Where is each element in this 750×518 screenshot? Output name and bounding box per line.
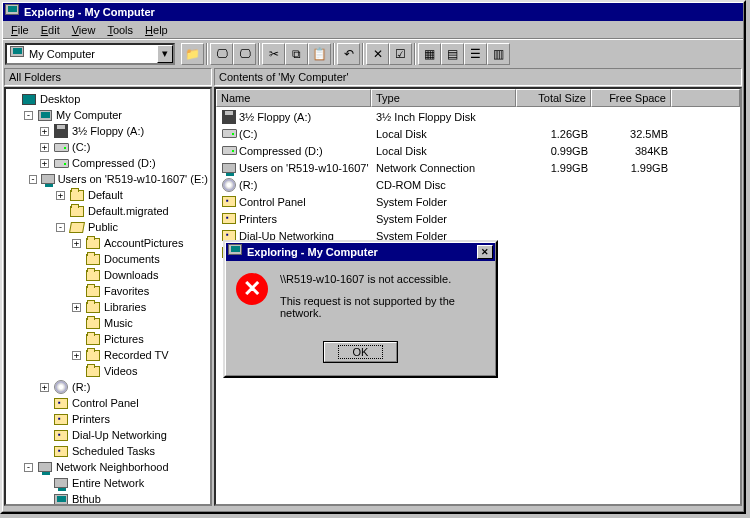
expand-toggle[interactable]: + bbox=[40, 383, 49, 392]
dialog-titlebar[interactable]: Exploring - My Computer ✕ bbox=[226, 243, 495, 261]
paste-button[interactable]: 📋 bbox=[308, 43, 331, 65]
col-size[interactable]: Total Size bbox=[516, 89, 591, 107]
map-drive-button[interactable]: 🖵 bbox=[210, 43, 233, 65]
expand-toggle[interactable]: + bbox=[40, 159, 49, 168]
folder-icon bbox=[85, 283, 101, 299]
menu-file[interactable]: File bbox=[5, 22, 35, 38]
item-type: 3½ Inch Floppy Disk bbox=[372, 111, 517, 123]
list-item[interactable]: (C:)Local Disk1.26GB32.5MB bbox=[217, 125, 739, 142]
tree-item[interactable]: Music bbox=[8, 315, 208, 331]
address-combo[interactable]: My Computer ▾ bbox=[5, 43, 175, 65]
undo-button[interactable]: ↶ bbox=[337, 43, 360, 65]
expand-toggle[interactable]: - bbox=[56, 223, 65, 232]
tree-item[interactable]: Entire Network bbox=[8, 475, 208, 491]
tree-item[interactable]: Control Panel bbox=[8, 395, 208, 411]
list-item[interactable]: Compressed (D:)Local Disk0.99GB384KB bbox=[217, 142, 739, 159]
computer-icon bbox=[37, 107, 53, 123]
net-icon bbox=[221, 160, 237, 176]
list-item[interactable]: (R:)CD-ROM Disc bbox=[217, 176, 739, 193]
tree-item[interactable]: Printers bbox=[8, 411, 208, 427]
menu-tools[interactable]: Tools bbox=[101, 22, 139, 38]
expand-toggle[interactable]: + bbox=[40, 127, 49, 136]
col-name[interactable]: Name bbox=[216, 89, 371, 107]
details-view-button[interactable]: ▥ bbox=[487, 43, 510, 65]
tree-item[interactable]: +3½ Floppy (A:) bbox=[8, 123, 208, 139]
ctrl-icon bbox=[53, 427, 69, 443]
folder-open-icon bbox=[69, 219, 85, 235]
item-type: Local Disk bbox=[372, 128, 517, 140]
cut-button[interactable]: ✂ bbox=[262, 43, 285, 65]
contents-header: Contents of 'My Computer' bbox=[214, 68, 742, 86]
menu-edit[interactable]: Edit bbox=[35, 22, 66, 38]
tree-item[interactable]: +AccountPictures bbox=[8, 235, 208, 251]
tree-item[interactable]: +Libraries bbox=[8, 299, 208, 315]
item-free: 1.99GB bbox=[592, 162, 672, 174]
tree-item[interactable]: +Compressed (D:) bbox=[8, 155, 208, 171]
net-icon bbox=[37, 459, 53, 475]
list-item[interactable]: Users on 'R519-w10-1607' (E:)Network Con… bbox=[217, 159, 739, 176]
ok-button[interactable]: OK bbox=[323, 341, 398, 363]
net-icon bbox=[41, 171, 55, 187]
ctrl-icon bbox=[53, 395, 69, 411]
expand-toggle[interactable]: + bbox=[72, 303, 81, 312]
expand-toggle[interactable]: - bbox=[24, 463, 33, 472]
tree-label: (C:) bbox=[72, 141, 90, 153]
tree-item[interactable]: +Recorded TV bbox=[8, 347, 208, 363]
dropdown-icon[interactable]: ▾ bbox=[157, 45, 173, 63]
expand-toggle[interactable]: + bbox=[72, 351, 81, 360]
tree-item[interactable]: Dial-Up Networking bbox=[8, 427, 208, 443]
tree-item[interactable]: Bthub bbox=[8, 491, 208, 506]
tree-item[interactable]: -Public bbox=[8, 219, 208, 235]
small-icons-button[interactable]: ▤ bbox=[441, 43, 464, 65]
menu-view[interactable]: View bbox=[66, 22, 102, 38]
expand-toggle[interactable]: + bbox=[56, 191, 65, 200]
tree-item[interactable]: Pictures bbox=[8, 331, 208, 347]
floppy-icon bbox=[221, 109, 237, 125]
list-view-button[interactable]: ☰ bbox=[464, 43, 487, 65]
large-icons-button[interactable]: ▦ bbox=[418, 43, 441, 65]
tree-item[interactable]: -My Computer bbox=[8, 107, 208, 123]
folder-icon bbox=[69, 187, 85, 203]
tree-item[interactable]: Downloads bbox=[8, 267, 208, 283]
expand-toggle[interactable]: - bbox=[24, 111, 33, 120]
item-name: Compressed (D:) bbox=[239, 145, 323, 157]
menu-help[interactable]: Help bbox=[139, 22, 174, 38]
copy-button[interactable]: ⧉ bbox=[285, 43, 308, 65]
delete-button[interactable]: ✕ bbox=[366, 43, 389, 65]
tree-item[interactable]: Videos bbox=[8, 363, 208, 379]
tree-item[interactable]: Documents bbox=[8, 251, 208, 267]
properties-button[interactable]: ☑ bbox=[389, 43, 412, 65]
close-button[interactable]: ✕ bbox=[477, 245, 493, 259]
col-type[interactable]: Type bbox=[371, 89, 516, 107]
tree-item[interactable]: +Default bbox=[8, 187, 208, 203]
list-item[interactable]: 3½ Floppy (A:)3½ Inch Floppy Disk bbox=[217, 108, 739, 125]
col-spacer bbox=[671, 89, 740, 107]
expand-toggle[interactable]: - bbox=[29, 175, 36, 184]
tree-item[interactable]: -Network Neighborhood bbox=[8, 459, 208, 475]
tree-item[interactable]: Desktop bbox=[8, 91, 208, 107]
list-item[interactable]: PrintersSystem Folder bbox=[217, 210, 739, 227]
tree-item[interactable]: Scheduled Tasks bbox=[8, 443, 208, 459]
tree-label: Videos bbox=[104, 365, 137, 377]
item-type: Local Disk bbox=[372, 145, 517, 157]
tree-item[interactable]: +(R:) bbox=[8, 379, 208, 395]
tree-item[interactable]: -Users on 'R519-w10-1607' (E:) bbox=[8, 171, 208, 187]
tree-label: Network Neighborhood bbox=[56, 461, 169, 473]
tree-label: Control Panel bbox=[72, 397, 139, 409]
titlebar[interactable]: Exploring - My Computer bbox=[3, 3, 743, 21]
item-size: 0.99GB bbox=[517, 145, 592, 157]
tree-item[interactable]: +(C:) bbox=[8, 139, 208, 155]
up-button[interactable]: 📁 bbox=[181, 43, 204, 65]
disconnect-drive-button[interactable]: 🖵 bbox=[233, 43, 256, 65]
expand-toggle[interactable]: + bbox=[72, 239, 81, 248]
folder-icon bbox=[85, 299, 101, 315]
expand-toggle[interactable]: + bbox=[40, 143, 49, 152]
list-item[interactable]: Control PanelSystem Folder bbox=[217, 193, 739, 210]
tree-label: Recorded TV bbox=[104, 349, 169, 361]
col-free[interactable]: Free Space bbox=[591, 89, 671, 107]
address-text: My Computer bbox=[29, 48, 157, 60]
tree-label: Music bbox=[104, 317, 133, 329]
tree-item[interactable]: Default.migrated bbox=[8, 203, 208, 219]
tree-item[interactable]: Favorites bbox=[8, 283, 208, 299]
folder-tree[interactable]: Desktop-My Computer+3½ Floppy (A:)+(C:)+… bbox=[4, 87, 212, 506]
